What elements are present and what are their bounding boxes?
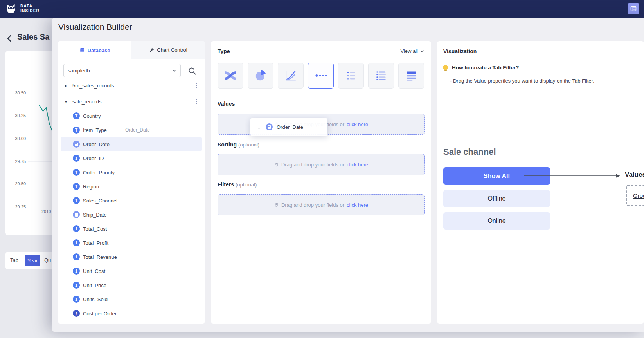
callout-values-title: Values [625, 171, 644, 179]
chevron-down-icon [420, 50, 424, 52]
page-title: Sales Sa [17, 33, 49, 42]
field-label: Total_Cost [83, 226, 107, 232]
chart-type-sankey[interactable] [218, 63, 243, 89]
kebab-menu-icon[interactable]: ⋮ [194, 82, 200, 89]
table-name: sale_records [72, 99, 101, 105]
kebab-menu-icon[interactable]: ⋮ [194, 98, 200, 105]
view-all-label: View all [400, 48, 418, 54]
sorting-label: Sorting [218, 141, 237, 148]
values-section-label: Values [218, 101, 235, 107]
granularity-quarter-label[interactable]: Qu [44, 257, 51, 263]
line-chart-icon [284, 69, 297, 82]
chart-type-table[interactable] [398, 63, 424, 89]
date-field-icon [73, 141, 80, 148]
layout-table-icon [630, 5, 637, 12]
drag-hand-icon [274, 162, 279, 167]
dropzone-click-here-link[interactable]: click here [347, 121, 368, 127]
source-tabs: Database Chart Control [58, 41, 205, 59]
hint-title: How to create a Tab Filter? [452, 65, 519, 70]
table-row-sale-records[interactable]: ▾ sale_records ⋮ [58, 94, 205, 108]
field-row-unit-price[interactable]: 1 Unit_Price [58, 278, 205, 292]
search-icon[interactable] [188, 67, 196, 75]
back-button[interactable] [5, 34, 14, 43]
number-field-icon: 1 [73, 239, 80, 246]
brand-name: DATA INSIDER [20, 4, 40, 13]
field-label: Units_Sold [83, 296, 108, 302]
field-row-cost-per-order[interactable]: ƒ Cost per Order [58, 306, 205, 320]
field-row-unit-cost[interactable]: 1 Unit_Cost [58, 264, 205, 278]
drag-ghost-label: Order_Date [277, 124, 303, 130]
chart-type-row [218, 63, 424, 89]
filters-label: Filters [218, 181, 234, 188]
chart-type-list[interactable] [338, 63, 364, 89]
group-link[interactable]: Group [633, 192, 644, 199]
list-icon [344, 69, 358, 82]
hint-body: - Drag the Value properties you want to … [450, 78, 594, 84]
granularity-year-button[interactable]: Year [25, 255, 40, 266]
chart-type-pie[interactable] [248, 63, 273, 89]
chart-type-tab-filter[interactable] [308, 63, 334, 89]
pie-chart-icon [254, 69, 267, 82]
field-row-total-profit[interactable]: 1 Total_Profit [58, 236, 205, 250]
drag-origin-ghost-label: Order_Date [125, 127, 150, 133]
field-label: Total_Revenue [83, 254, 117, 260]
caret-down-icon[interactable]: ▾ [65, 99, 70, 104]
sankey-chart-icon [223, 69, 237, 83]
chart-type-input-control[interactable] [368, 63, 394, 89]
text-field-icon: T [73, 183, 80, 190]
number-field-icon: 1 [73, 268, 80, 275]
field-label: Region [83, 184, 99, 190]
widget-title: Sale channel [443, 147, 496, 157]
drag-ghost-card[interactable]: Order_Date [250, 118, 327, 136]
move-icon [256, 124, 262, 130]
brand-line-2: INSIDER [20, 9, 40, 13]
sorting-section-label: Sorting(optional) [218, 141, 259, 148]
field-row-ship-date[interactable]: Ship_Date [58, 208, 205, 222]
field-row-order-date[interactable]: Order_Date [58, 137, 205, 151]
filters-dropzone[interactable]: Drag and drop your fields or click here [218, 194, 425, 215]
drag-hand-icon [274, 202, 279, 208]
granularity-label[interactable]: Tab [10, 257, 18, 263]
dropzone-click-here-link[interactable]: click here [347, 162, 368, 168]
field-row-country[interactable]: T Country [58, 109, 205, 123]
field-row-order-priority[interactable]: T Order_Priority [58, 165, 205, 179]
table-icon [405, 69, 418, 82]
dashboard-layout-button[interactable] [628, 3, 639, 14]
dropzone-text: Drag and drop your fields or [281, 162, 344, 168]
tab-filter-button-offline[interactable]: Offline [443, 190, 550, 207]
caret-right-icon[interactable]: ▸ [65, 83, 70, 88]
field-label: Item_Type [83, 127, 107, 133]
field-row-region[interactable]: T Region [58, 179, 205, 193]
field-row-units-sold[interactable]: 1 Units_Sold [58, 292, 205, 306]
tab-chart-control[interactable]: Chart Control [131, 41, 205, 59]
field-label: Unit_Price [83, 282, 106, 288]
database-select[interactable]: sampledb [63, 64, 181, 77]
text-field-icon: T [73, 169, 80, 176]
type-section-label: Type [218, 48, 230, 54]
database-select-value: sampledb [68, 68, 90, 74]
field-label: Order_ID [83, 155, 104, 161]
filters-section-label: Filters(optional) [218, 181, 257, 188]
wrench-icon [149, 47, 154, 52]
field-row-sales-channel[interactable]: T Sales_Channel [58, 193, 205, 208]
chart-type-line[interactable] [278, 63, 304, 89]
modal-title: Visualization Builder [58, 22, 132, 32]
chevron-down-icon [172, 69, 176, 72]
field-row-total-revenue[interactable]: 1 Total_Revenue [58, 250, 205, 264]
sorting-dropzone[interactable]: Drag and drop your fields or click here [218, 154, 425, 175]
number-field-icon: 1 [73, 296, 80, 303]
date-field-icon [266, 123, 273, 130]
dropzone-click-here-link[interactable]: click here [347, 202, 368, 208]
field-row-order-id[interactable]: 1 Order_ID [58, 151, 205, 165]
optional-suffix: (optional) [236, 182, 257, 188]
owl-logo-icon [5, 2, 17, 15]
field-label: Country [83, 113, 101, 119]
tab-filter-button-online[interactable]: Online [443, 212, 550, 230]
tab-database[interactable]: Database [58, 41, 131, 59]
field-row-total-cost[interactable]: 1 Total_Cost [58, 222, 205, 236]
visualization-preview-panel: Visualization How to create a Tab Filter… [437, 41, 644, 324]
visualization-panel-title: Visualization [443, 48, 477, 54]
view-all-button[interactable]: View all [400, 48, 424, 54]
table-row-5m-sales-records[interactable]: ▸ 5m_sales_records ⋮ [58, 78, 205, 92]
bulb-icon [443, 65, 448, 70]
